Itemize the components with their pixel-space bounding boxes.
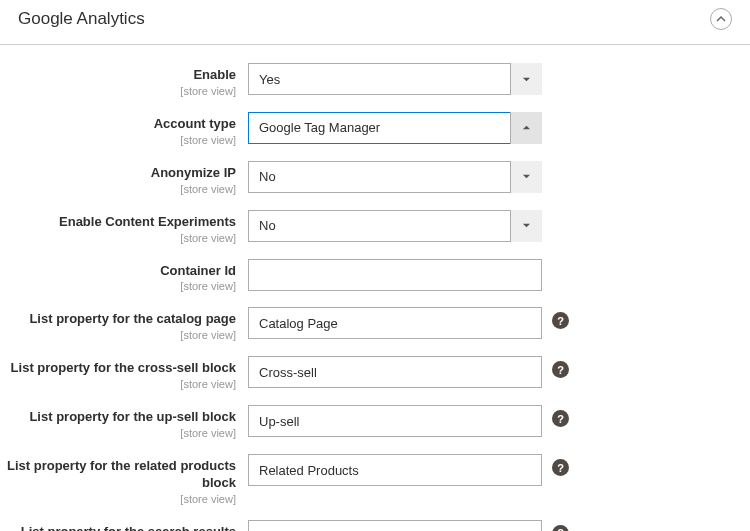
- help-icon[interactable]: ?: [552, 525, 569, 531]
- select-anonymize-ip-value[interactable]: [248, 161, 542, 193]
- row-account-type: Account type [store view]: [0, 112, 732, 146]
- select-account-type[interactable]: [248, 112, 542, 144]
- chevron-up-icon: [716, 12, 726, 27]
- form-body: Enable [store view] Account type [store …: [0, 45, 750, 531]
- help-icon[interactable]: ?: [552, 410, 569, 427]
- help-icon[interactable]: ?: [552, 312, 569, 329]
- collapse-toggle[interactable]: [710, 8, 732, 30]
- input-list-catalog[interactable]: [248, 307, 542, 339]
- select-enable-experiments[interactable]: [248, 210, 542, 242]
- label-list-related: List property for the related products b…: [7, 458, 236, 490]
- scope-label: [store view]: [0, 85, 236, 97]
- input-container-id[interactable]: [248, 259, 542, 291]
- row-list-related: List property for the related products b…: [0, 454, 732, 505]
- label-enable: Enable: [193, 67, 236, 82]
- select-enable-experiments-value[interactable]: [248, 210, 542, 242]
- select-account-type-value[interactable]: [248, 112, 542, 144]
- input-list-related[interactable]: [248, 454, 542, 486]
- select-anonymize-ip[interactable]: [248, 161, 542, 193]
- scope-label: [store view]: [0, 378, 236, 390]
- row-list-search: List property for the search results pag…: [0, 520, 732, 531]
- scope-label: [store view]: [0, 134, 236, 146]
- label-enable-experiments: Enable Content Experiments: [59, 214, 236, 229]
- scope-label: [store view]: [0, 427, 236, 439]
- section-header: Google Analytics: [0, 0, 750, 45]
- input-list-upsell[interactable]: [248, 405, 542, 437]
- input-list-search[interactable]: [248, 520, 542, 531]
- label-anonymize-ip: Anonymize IP: [151, 165, 236, 180]
- select-enable[interactable]: [248, 63, 542, 95]
- scope-label: [store view]: [0, 232, 236, 244]
- row-list-catalog: List property for the catalog page [stor…: [0, 307, 732, 341]
- help-icon[interactable]: ?: [552, 361, 569, 378]
- row-list-upsell: List property for the up-sell block [sto…: [0, 405, 732, 439]
- help-icon[interactable]: ?: [552, 459, 569, 476]
- scope-label: [store view]: [0, 329, 236, 341]
- row-anonymize-ip: Anonymize IP [store view]: [0, 161, 732, 195]
- row-enable-experiments: Enable Content Experiments [store view]: [0, 210, 732, 244]
- label-list-catalog: List property for the catalog page: [29, 311, 236, 326]
- scope-label: [store view]: [0, 493, 236, 505]
- input-list-crosssell[interactable]: [248, 356, 542, 388]
- row-enable: Enable [store view]: [0, 63, 732, 97]
- row-container-id: Container Id [store view]: [0, 259, 732, 293]
- section-title: Google Analytics: [18, 9, 145, 29]
- label-account-type: Account type: [154, 116, 236, 131]
- scope-label: [store view]: [0, 280, 236, 292]
- scope-label: [store view]: [0, 183, 236, 195]
- select-enable-value[interactable]: [248, 63, 542, 95]
- label-container-id: Container Id: [160, 263, 236, 278]
- label-list-upsell: List property for the up-sell block: [29, 409, 236, 424]
- row-list-crosssell: List property for the cross-sell block […: [0, 356, 732, 390]
- label-list-search: List property for the search results pag…: [21, 524, 236, 531]
- label-list-crosssell: List property for the cross-sell block: [11, 360, 236, 375]
